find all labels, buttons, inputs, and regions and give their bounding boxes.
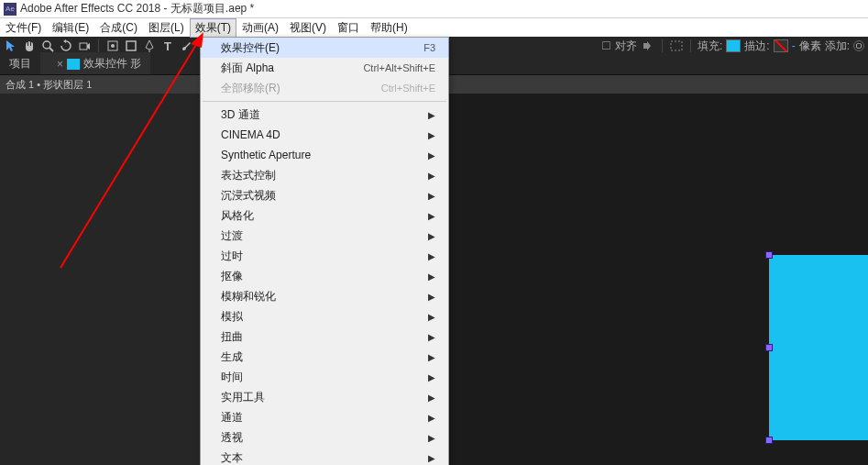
dd-generate[interactable]: 生成▶ bbox=[201, 347, 448, 367]
snap-checkbox[interactable]: ☐ bbox=[601, 39, 611, 52]
add-label: 添加: bbox=[825, 39, 850, 54]
unified-camera-tool-icon[interactable] bbox=[77, 39, 92, 53]
snapping-icon[interactable] bbox=[641, 39, 655, 53]
svg-point-4 bbox=[111, 44, 115, 48]
stroke-px-unit: 像素 bbox=[799, 39, 821, 54]
dd-cinema-4d[interactable]: CINEMA 4D▶ bbox=[201, 125, 448, 145]
type-tool-icon[interactable]: T bbox=[160, 39, 175, 53]
menu-effect[interactable]: 效果(T) bbox=[190, 18, 236, 38]
effect-dropdown: 效果控件(E) F3 斜面 Alpha Ctrl+Alt+Shift+E 全部移… bbox=[200, 37, 449, 465]
menu-layer[interactable]: 图层(L) bbox=[143, 18, 190, 38]
tab-effect-controls-label: 效果控件 形 bbox=[83, 56, 141, 72]
left-panel bbox=[0, 94, 202, 465]
pen-tool-icon[interactable] bbox=[142, 39, 157, 53]
tab-effect-controls[interactable]: × 效果控件 形 bbox=[40, 52, 150, 74]
svg-rect-5 bbox=[126, 41, 136, 50]
dd-channel[interactable]: 通道▶ bbox=[201, 407, 448, 427]
rotate-tool-icon[interactable] bbox=[59, 39, 73, 53]
hand-tool-icon[interactable] bbox=[22, 39, 37, 53]
layer-chip-icon bbox=[67, 59, 80, 70]
dd-keying[interactable]: 抠像▶ bbox=[201, 266, 448, 286]
menu-window[interactable]: 窗口 bbox=[332, 18, 365, 38]
menu-file[interactable]: 文件(F) bbox=[0, 18, 47, 38]
menu-edit[interactable]: 编辑(E) bbox=[47, 18, 94, 38]
dd-expression-controls[interactable]: 表达式控制▶ bbox=[201, 165, 448, 185]
title-bar: Ae Adobe After Effects CC 2018 - 无标题项目.a… bbox=[0, 0, 868, 18]
tab-project[interactable]: 项目 bbox=[0, 52, 40, 74]
tab-close-icon[interactable]: × bbox=[57, 58, 63, 71]
dd-3d-channel[interactable]: 3D 通道▶ bbox=[201, 105, 448, 125]
menu-animation[interactable]: 动画(A) bbox=[236, 18, 284, 38]
menu-bar: 文件(F) 编辑(E) 合成(C) 图层(L) 效果(T) 动画(A) 视图(V… bbox=[0, 18, 868, 37]
brush-tool-icon[interactable] bbox=[179, 39, 193, 53]
svg-rect-8 bbox=[671, 41, 682, 50]
handle-bl[interactable] bbox=[765, 437, 773, 444]
pan-behind-tool-icon[interactable] bbox=[105, 39, 120, 53]
menu-view[interactable]: 视图(V) bbox=[284, 18, 332, 38]
handle-ml[interactable] bbox=[765, 344, 773, 351]
dd-transition[interactable]: 过渡▶ bbox=[201, 226, 448, 246]
svg-rect-2 bbox=[80, 43, 87, 50]
fill-swatch[interactable] bbox=[726, 39, 741, 52]
dd-time[interactable]: 时间▶ bbox=[201, 367, 448, 387]
window-title: Adobe After Effects CC 2018 - 无标题项目.aep … bbox=[20, 1, 254, 17]
fill-label: 填充: bbox=[698, 39, 722, 54]
dd-stylize[interactable]: 风格化▶ bbox=[201, 205, 448, 226]
selection-bounds-icon[interactable] bbox=[669, 39, 684, 53]
handle-tl[interactable] bbox=[765, 251, 773, 259]
dd-utility[interactable]: 实用工具▶ bbox=[201, 387, 448, 407]
dd-simulation[interactable]: 模拟▶ bbox=[201, 306, 448, 327]
menu-help[interactable]: 帮助(H) bbox=[365, 18, 413, 38]
dd-perspective[interactable]: 透视▶ bbox=[201, 427, 448, 448]
dd-text[interactable]: 文本▶ bbox=[201, 448, 448, 465]
dd-obsolete[interactable]: 过时▶ bbox=[201, 246, 448, 266]
dd-distort[interactable]: 扭曲▶ bbox=[201, 327, 448, 347]
stroke-width-dash[interactable]: - bbox=[792, 39, 796, 52]
app-icon: Ae bbox=[4, 3, 16, 16]
shape-tool-icon[interactable] bbox=[124, 39, 138, 53]
selection-tool-icon[interactable] bbox=[4, 39, 18, 53]
snap-label: 对齐 bbox=[615, 39, 637, 54]
svg-point-0 bbox=[43, 41, 50, 49]
stroke-swatch[interactable] bbox=[774, 39, 788, 52]
shape-layer-rect[interactable] bbox=[769, 255, 868, 440]
dd-immersive-video[interactable]: 沉浸式视频▶ bbox=[201, 185, 448, 205]
dd-remove-all: 全部移除(R) Ctrl+Shift+E bbox=[201, 78, 448, 98]
zoom-tool-icon[interactable] bbox=[40, 39, 55, 53]
stroke-label: 描边: bbox=[744, 39, 769, 54]
dd-synthetic-aperture[interactable]: Synthetic Aperture▶ bbox=[201, 145, 448, 165]
dd-effect-controls[interactable]: 效果控件(E) F3 bbox=[201, 38, 448, 58]
dd-blur-sharpen[interactable]: 模糊和锐化▶ bbox=[201, 286, 448, 306]
add-dropdown-icon[interactable]: O bbox=[853, 40, 864, 51]
menu-composition[interactable]: 合成(C) bbox=[94, 18, 143, 38]
panel-header-label: 合成 1 • 形状图层 1 bbox=[5, 78, 92, 92]
svg-line-1 bbox=[49, 48, 53, 51]
dd-bevel-alpha[interactable]: 斜面 Alpha Ctrl+Alt+Shift+E bbox=[201, 58, 448, 78]
